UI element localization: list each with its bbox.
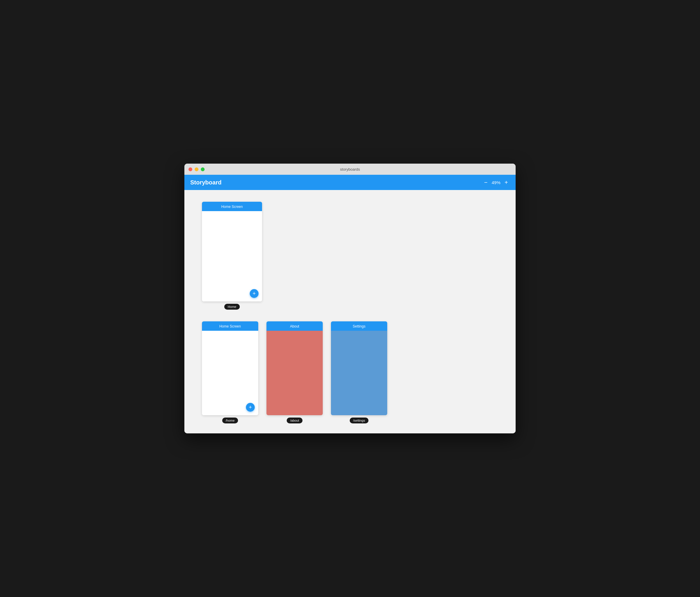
screen-body-home-small: +	[202, 331, 258, 415]
maximize-button[interactable]	[201, 168, 205, 171]
canvas-area: Home Screen + Home Home Screen	[184, 190, 516, 433]
app-toolbar: Storyboard − 49% +	[184, 175, 516, 190]
screen-label-settings: /settings	[350, 418, 369, 423]
title-bar: storyboards	[184, 164, 516, 175]
screen-body-about	[267, 331, 323, 415]
screen-card-home-large[interactable]: Home Screen +	[202, 202, 262, 301]
minimize-button[interactable]	[195, 168, 198, 171]
screens-top-row: Home Screen + Home	[202, 202, 498, 309]
screen-header-text-about: About	[290, 324, 299, 328]
screen-card-settings[interactable]: Settings	[331, 321, 387, 415]
zoom-in-button[interactable]: +	[503, 178, 510, 186]
window-title: storyboards	[340, 167, 360, 172]
screens-bottom-row: Home Screen + /home About	[202, 321, 498, 423]
app-title: Storyboard	[190, 179, 222, 186]
screen-header-home-small: Home Screen	[202, 321, 258, 331]
fab-button-home-small[interactable]: +	[246, 403, 255, 412]
screen-wrapper-about: About /about	[267, 321, 323, 423]
screen-header-home-large: Home Screen	[202, 202, 262, 211]
screen-body-settings	[331, 331, 387, 415]
screen-header-text-settings: Settings	[353, 324, 365, 328]
close-button[interactable]	[189, 168, 192, 171]
app-window: storyboards Storyboard − 49% + Home Scre…	[184, 164, 516, 433]
screen-label-home-small: /home	[222, 418, 238, 423]
fab-button-home-large[interactable]: +	[250, 289, 258, 298]
screen-card-home-small[interactable]: Home Screen +	[202, 321, 258, 415]
screen-header-text-home-large: Home Screen	[221, 205, 243, 209]
screen-card-about[interactable]: About	[267, 321, 323, 415]
toolbar-right: − 49% +	[482, 178, 510, 186]
screens-container: Home Screen + Home Home Screen	[202, 202, 498, 423]
screen-label-home-large: Home	[224, 304, 240, 309]
screen-label-about: /about	[287, 418, 303, 423]
screen-header-text-home-small: Home Screen	[219, 324, 241, 328]
screen-wrapper-home-large: Home Screen + Home	[202, 202, 262, 309]
screen-wrapper-settings: Settings /settings	[331, 321, 387, 423]
zoom-label: 49%	[492, 180, 500, 185]
zoom-out-button[interactable]: −	[482, 178, 490, 186]
screen-body-home-large: +	[202, 211, 262, 301]
window-controls	[189, 168, 205, 171]
screen-header-settings: Settings	[331, 321, 387, 331]
screen-header-about: About	[267, 321, 323, 331]
screen-wrapper-home-small: Home Screen + /home	[202, 321, 258, 423]
